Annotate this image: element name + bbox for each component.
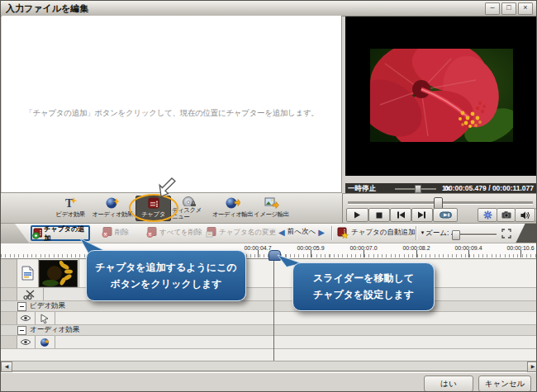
- visibility-cell[interactable]: [17, 336, 36, 348]
- zoom-fit-icon[interactable]: [501, 229, 511, 239]
- effect-tool-cell[interactable]: [35, 312, 55, 324]
- audio-effects-section-header[interactable]: オーディオ効果: [1, 325, 537, 336]
- rename-chapter-button[interactable]: チャプタ名の変更: [206, 227, 276, 238]
- hibiscus-frame-image: [370, 49, 513, 142]
- add-chapter-tooltip: チャプタを追加するようにこの ボタンをクリックします: [86, 250, 246, 301]
- scissors-icon: [23, 290, 36, 300]
- tab-audio-export[interactable]: オーディオ輸出: [213, 196, 252, 221]
- ok-button[interactable]: はい: [424, 375, 473, 392]
- minimize-button[interactable]: –: [485, 2, 500, 15]
- dropdown-arrow-icon[interactable]: ▼: [421, 230, 425, 235]
- timeline-empty-area: [1, 349, 537, 361]
- zoom-label: ズーム:: [425, 229, 449, 239]
- rename-chapter-icon: [206, 227, 216, 238]
- speed-slider-handle[interactable]: [415, 185, 421, 193]
- stop-button[interactable]: [368, 208, 390, 222]
- previous-frame-button[interactable]: [390, 208, 411, 222]
- edit-canvas: 「チャプタの追加」ボタンをクリックして、現在の位置にチャプターを追加します。: [2, 16, 342, 192]
- disc-menu-icon: [182, 196, 197, 206]
- delete-chapter-label: 削除: [115, 228, 129, 238]
- prev-arrow-icon: ◀: [278, 228, 285, 237]
- screen-settings-button[interactable]: [478, 208, 497, 222]
- mouse-cursor-icon: [159, 177, 178, 198]
- scissors-cell[interactable]: [17, 288, 44, 300]
- panel-corner-shape: [515, 224, 537, 243]
- play-button[interactable]: [346, 208, 368, 222]
- visibility-cell[interactable]: [17, 312, 36, 324]
- delete-all-chapters-button[interactable]: すべてを削除: [146, 227, 202, 238]
- image-export-icon: [264, 196, 279, 210]
- delete-chapter-button[interactable]: 削除: [102, 227, 129, 238]
- video-effects-row: [1, 312, 537, 325]
- prev-label: 前へ: [288, 227, 302, 237]
- slider-tooltip: スライダーを移動して チャプタを設定します: [292, 262, 435, 311]
- next-chapter-button[interactable]: 次へ ▶: [302, 227, 325, 237]
- stop-icon: [376, 212, 383, 219]
- auto-add-label: チャプタの自動追加: [351, 228, 416, 238]
- clip-type-cell: [17, 259, 39, 287]
- skip-back-icon: [397, 211, 405, 219]
- advance-button[interactable]: [433, 208, 458, 222]
- volume-button[interactable]: [515, 208, 535, 222]
- snapshot-button[interactable]: [497, 208, 516, 222]
- section-label: オーディオ効果: [30, 325, 79, 335]
- speaker-icon: [520, 211, 530, 220]
- hint-text: 「チャプタの追加」ボタンをクリックして、現在の位置にチャプターを追加します。: [2, 108, 342, 119]
- playback-panel: ▲: [342, 193, 537, 223]
- tab-video-effects[interactable]: T ビデオ効果: [49, 196, 92, 221]
- next-label: 次へ: [302, 227, 316, 237]
- delete-all-icon: [146, 227, 157, 238]
- audio-effects-icon: [105, 196, 120, 210]
- maximize-button[interactable]: □: [501, 2, 516, 15]
- tab-label: ビデオ効果: [55, 210, 85, 219]
- collapse-icon[interactable]: [17, 326, 26, 335]
- arrow-pill-icon: [440, 211, 452, 219]
- timeline-scrollbar[interactable]: ◀ ▶: [1, 361, 537, 371]
- next-frame-button[interactable]: [411, 208, 433, 222]
- close-button[interactable]: ×: [518, 2, 533, 15]
- timeline-position-line: [273, 259, 274, 361]
- audio-sphere-icon: [40, 338, 50, 347]
- mpeg-clip-icon: [21, 266, 34, 281]
- section-label: ビデオ効果: [30, 301, 65, 311]
- eye-icon: [20, 338, 31, 346]
- ruler-label: 00:00:07.0: [339, 245, 388, 251]
- panel-tab-shape: [1, 224, 29, 243]
- scroll-right-button[interactable]: ▶: [527, 361, 537, 372]
- tooltip-line: チャプタを設定します: [293, 288, 434, 302]
- tooltip-line: ボタンをクリックします: [87, 277, 245, 291]
- cancel-button[interactable]: キャンセル: [478, 375, 531, 392]
- track-header-strip: [1, 259, 17, 287]
- auto-add-chapters-icon: [337, 227, 349, 239]
- skip-forward-icon: [418, 211, 426, 219]
- video-preview: [345, 17, 536, 176]
- svg-text:T: T: [65, 197, 74, 210]
- title-bar[interactable]: 入力ファイルを編集 – □ ×: [1, 1, 536, 17]
- ruler-label: 00:00:10.6: [496, 245, 537, 251]
- audio-effect-cell[interactable]: [35, 336, 55, 348]
- clip-thumbnail-cell[interactable]: [38, 259, 79, 287]
- window-title: 入力ファイルを編集: [1, 2, 88, 15]
- tab-label: オーディオ輸出: [212, 210, 254, 219]
- tab-image-export[interactable]: イメージ輸出: [252, 196, 291, 221]
- video-effects-section-header[interactable]: ビデオ効果: [1, 301, 537, 312]
- prev-chapter-button[interactable]: ◀ 前へ: [278, 227, 302, 237]
- auto-add-chapters-button[interactable]: チャプタの自動追加 ▼: [337, 227, 425, 239]
- rename-chapter-label: チャプタ名の変更: [219, 228, 276, 238]
- eye-icon: [20, 314, 31, 322]
- tooltip-line: チャプタを追加するようにこの: [87, 261, 245, 275]
- zoom-slider-handle[interactable]: [452, 230, 460, 240]
- tab-audio-effects[interactable]: オーディオ効果: [92, 196, 133, 221]
- ruler-label: 00:00:05.9: [286, 245, 335, 251]
- highlight-ellipse: [129, 194, 178, 222]
- tab-label: オーディオ効果: [92, 210, 133, 219]
- effect-pointer-icon: [40, 314, 50, 324]
- edit-input-file-dialog: 入力ファイルを編集 – □ × 「チャプタの追加」ボタンをクリックして、現在の位…: [0, 0, 537, 392]
- scroll-left-button[interactable]: ◀: [1, 361, 12, 372]
- sunflower-thumbnail: [39, 260, 78, 287]
- collapse-icon[interactable]: [17, 302, 26, 311]
- tab-label: イメージ輸出: [254, 210, 289, 219]
- ruler-label: 00:00:09.4: [444, 245, 493, 251]
- separator: [416, 226, 417, 240]
- add-chapter-icon: [32, 228, 42, 239]
